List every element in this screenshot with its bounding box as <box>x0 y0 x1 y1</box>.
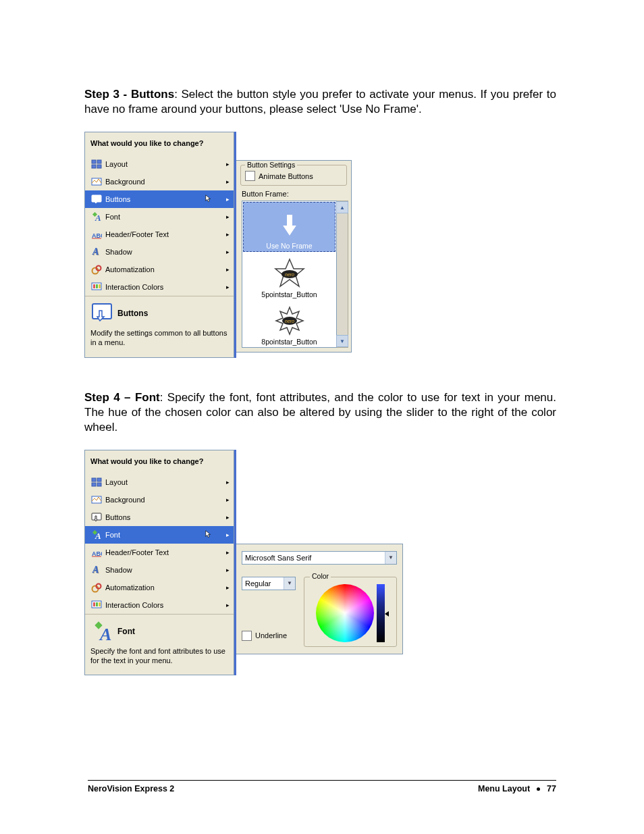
scrollbar[interactable]: ▲ ▼ <box>337 201 348 348</box>
hue-slider[interactable] <box>377 584 385 642</box>
frame-thumb-icon: nero <box>269 257 311 289</box>
menu-info-box: Buttons Modify the settings common to al… <box>85 296 234 357</box>
shadow-icon: AA <box>90 564 103 576</box>
footer-product: NeroVision Express 2 <box>88 784 478 793</box>
font-style-dropdown[interactable]: Regular ▼ <box>242 577 296 590</box>
menu-item-interaction-colors[interactable]: Interaction Colors▸ <box>85 278 234 296</box>
header-footer-text-icon: ABC <box>90 228 103 240</box>
svg-rect-25 <box>97 478 101 481</box>
menu-item-buttons[interactable]: Buttons▸ <box>85 190 234 208</box>
svg-rect-26 <box>92 483 96 486</box>
underline-label: Underline <box>255 631 287 640</box>
font-name-value: Microsoft Sans Serif <box>245 554 311 562</box>
cursor-icon <box>205 530 213 540</box>
button-frame-list[interactable]: Use No Framenero5pointstar_Buttonnero8po… <box>242 201 337 348</box>
font-settings-panel: Microsoft Sans Serif ▼ Regular ▼ Underli… <box>236 544 403 654</box>
svg-rect-27 <box>97 483 101 486</box>
bullet-icon <box>537 787 540 791</box>
font-icon: A <box>90 529 103 541</box>
menu-info-title: Font <box>117 627 135 636</box>
menu-item-automatization[interactable]: Automatization▸ <box>85 579 234 596</box>
svg-text:A: A <box>92 246 99 257</box>
animate-buttons-checkbox[interactable] <box>245 171 255 181</box>
menu-item-label: Header/Footer Text <box>105 548 226 556</box>
menu-item-shadow[interactable]: AAShadow▸ <box>85 561 234 579</box>
svg-rect-38 <box>93 602 95 606</box>
background-icon <box>90 176 103 188</box>
svg-rect-14 <box>93 284 95 288</box>
background-icon <box>90 494 103 506</box>
menu-item-shadow[interactable]: AAShadow▸ <box>85 243 234 261</box>
menu-item-interaction-colors[interactable]: Interaction Colors▸ <box>85 596 234 614</box>
menu-heading: What would you like to change? <box>85 450 234 473</box>
step4-paragraph: Step 4 – Font: Specify the font, font at… <box>84 390 556 435</box>
submenu-arrow-icon: ▸ <box>226 196 230 203</box>
svg-rect-2 <box>92 165 96 168</box>
menu-item-label: Interaction Colors <box>105 283 226 291</box>
submenu-arrow-icon: ▸ <box>226 479 230 486</box>
screenshot-buttons: What would you like to change? Layout▸Ba… <box>84 132 556 358</box>
footer-section: Menu Layout <box>478 784 530 793</box>
menu-item-automatization[interactable]: Automatization▸ <box>85 261 234 278</box>
submenu-arrow-icon: ▸ <box>226 567 230 573</box>
submenu-arrow-icon: ▸ <box>226 213 230 220</box>
button-frame-item[interactable]: nero5pointstar_Button <box>242 253 336 300</box>
cursor-icon <box>205 194 213 204</box>
underline-checkbox[interactable] <box>242 631 252 641</box>
button-frame-item[interactable]: Use No Frame <box>243 202 336 252</box>
menu-item-label: Shadow <box>105 566 226 574</box>
font-name-dropdown[interactable]: Microsoft Sans Serif ▼ <box>242 551 397 565</box>
svg-rect-1 <box>97 160 101 163</box>
step4-heading: Step 4 – Font <box>84 391 160 404</box>
menu-panel: What would you like to change? Layout▸Ba… <box>84 450 234 676</box>
svg-text:A: A <box>95 213 101 222</box>
menu-item-header-footer-text[interactable]: ABCHeader/Footer Text▸ <box>85 226 234 243</box>
svg-rect-0 <box>92 160 96 163</box>
automatization-icon <box>90 263 103 276</box>
submenu-arrow-icon: ▸ <box>226 531 230 538</box>
font-large-icon: A <box>90 620 113 643</box>
page-footer: NeroVision Express 2 Menu Layout 77 <box>88 780 556 793</box>
underline-row[interactable]: Underline <box>242 631 298 641</box>
menu-item-buttons[interactable]: Buttons▸ <box>85 509 234 526</box>
font-style-value: Regular <box>245 579 271 588</box>
menu-item-font[interactable]: AFont▸ <box>85 526 234 544</box>
shadow-icon: AA <box>90 246 103 258</box>
menu-item-background[interactable]: Background▸ <box>85 491 234 509</box>
frame-thumb-icon: nero <box>269 304 311 336</box>
submenu-arrow-icon: ▸ <box>226 496 230 503</box>
color-group-title: Color <box>310 572 331 580</box>
button-frame-item[interactable]: nero8pointstar_Button <box>242 300 336 347</box>
menu-panel: What would you like to change? Layout▸Ba… <box>84 132 234 358</box>
menu-item-layout[interactable]: Layout▸ <box>85 155 234 173</box>
scroll-up-icon[interactable]: ▲ <box>336 201 348 213</box>
interaction-colors-icon <box>90 281 103 293</box>
menu-item-label: Font <box>105 213 226 221</box>
menu-item-label: Background <box>105 496 226 504</box>
frame-caption: 5pointstar_Button <box>242 290 336 298</box>
submenu-arrow-icon: ▸ <box>226 284 230 290</box>
hue-marker-icon[interactable] <box>385 611 389 617</box>
svg-text:nero: nero <box>284 272 294 277</box>
menu-heading: What would you like to change? <box>85 132 234 155</box>
chevron-down-icon[interactable]: ▼ <box>385 552 396 564</box>
screenshot-font: What would you like to change? Layout▸Ba… <box>84 450 556 676</box>
button-frame-label: Button Frame: <box>242 190 351 198</box>
color-wheel[interactable] <box>316 584 374 642</box>
chevron-down-icon[interactable]: ▼ <box>284 577 295 590</box>
menu-item-label: Automatization <box>105 583 226 592</box>
menu-item-layout[interactable]: Layout▸ <box>85 473 234 491</box>
frame-caption: Use No Frame <box>244 242 335 250</box>
menu-info-box: A Font Specify the font and font attribu… <box>85 614 234 675</box>
menu-item-background[interactable]: Background▸ <box>85 173 234 190</box>
layout-icon <box>90 158 103 170</box>
scroll-down-icon[interactable]: ▼ <box>336 335 348 347</box>
animate-buttons-row[interactable]: Animate Buttons <box>245 171 342 181</box>
menu-item-header-footer-text[interactable]: ABCHeader/Footer Text▸ <box>85 544 234 561</box>
menu-item-font[interactable]: AFont▸ <box>85 208 234 226</box>
svg-text:A: A <box>99 625 111 643</box>
menu-info-desc: Modify the settings common to all button… <box>90 329 228 348</box>
menu-item-label: Layout <box>105 160 226 168</box>
frame-thumb-icon <box>269 208 311 240</box>
footer-page: 77 <box>547 784 556 793</box>
